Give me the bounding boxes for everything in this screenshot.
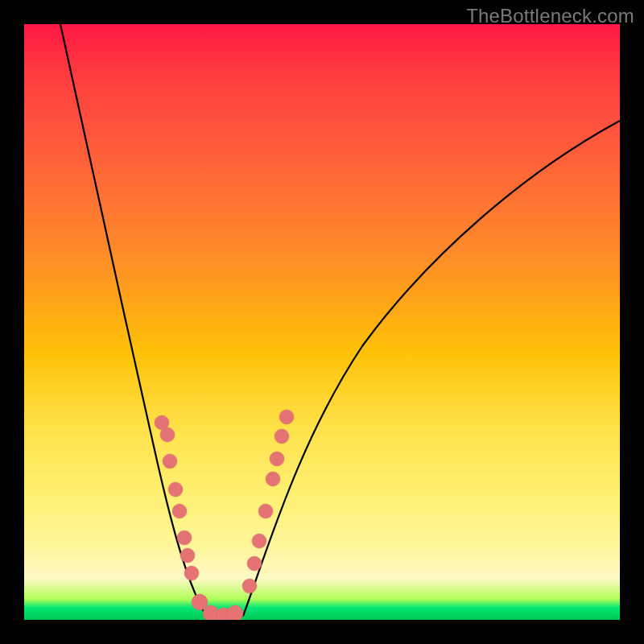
marker-dot <box>247 556 262 571</box>
marker-dot <box>252 534 266 548</box>
marker-dot <box>180 548 195 563</box>
chart-plot-area <box>24 24 620 620</box>
curve-right-branch <box>243 121 620 616</box>
marker-dot <box>258 504 273 518</box>
marker-dot <box>270 452 284 466</box>
watermark-text: TheBottleneck.com <box>466 5 634 27</box>
marker-dot <box>172 504 187 518</box>
curve-left-branch <box>60 24 206 616</box>
marker-dot <box>266 472 280 486</box>
marker-dot <box>184 566 199 580</box>
marker-dots <box>155 410 294 620</box>
chart-frame: TheBottleneck.com <box>0 0 644 644</box>
marker-dot <box>177 530 192 545</box>
marker-dot <box>168 482 183 497</box>
marker-dot <box>160 427 175 442</box>
marker-dot <box>227 605 243 620</box>
marker-dot <box>163 454 177 469</box>
marker-dot <box>242 579 257 593</box>
marker-dot <box>275 429 289 444</box>
chart-svg <box>24 24 620 620</box>
marker-dot <box>279 410 294 424</box>
